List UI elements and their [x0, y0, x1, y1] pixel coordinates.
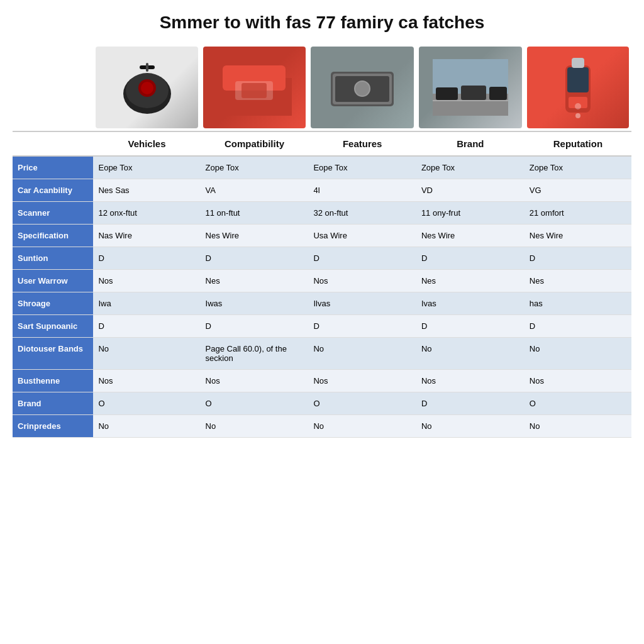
row-label: Car Acanbility: [13, 179, 93, 202]
row-label: Shroage: [13, 292, 93, 315]
cell-value: D: [93, 247, 200, 270]
cell-value: D: [416, 392, 525, 415]
cell-value: D: [308, 315, 416, 338]
table-row: Scanner12 onx-ftut11 on-ftut32 on-ftut11…: [13, 202, 631, 225]
cell-value: Nes Wire: [525, 225, 631, 247]
cell-value: No: [525, 415, 631, 438]
product-image-2: [201, 44, 309, 131]
image-placeholder-empty: [13, 44, 93, 131]
svg-rect-16: [436, 87, 458, 100]
svg-point-25: [575, 113, 580, 118]
table-row: SuntionDDDDD: [13, 247, 631, 270]
row-label: Specification: [13, 225, 93, 247]
cell-value: D: [93, 315, 200, 338]
cell-value: Eope Tox: [308, 156, 416, 179]
cell-value: VD: [416, 179, 525, 202]
cell-value: O: [93, 392, 200, 415]
cell-value: Iwa: [93, 292, 200, 315]
cell-value: Nos: [308, 370, 416, 392]
svg-point-23: [575, 103, 581, 109]
table-row: BrandOOODO: [13, 392, 631, 415]
table-row: Diotouser BandsNoPage Call 60.0), of the…: [13, 338, 631, 370]
header-empty: [13, 131, 93, 156]
cell-value: 11 ony-frut: [416, 202, 525, 225]
cell-value: Ilvas: [308, 292, 416, 315]
table-row: CrinpredesNoNoNoNoNo: [13, 415, 631, 438]
table-row: ShroageIwaIwasIlvasIvashas: [13, 292, 631, 315]
cell-value: O: [201, 392, 309, 415]
cell-value: No: [308, 338, 416, 370]
svg-point-13: [355, 81, 370, 96]
row-label: Sart Supnoanic: [13, 315, 93, 338]
svg-rect-21: [567, 67, 589, 92]
cell-value: VA: [201, 179, 309, 202]
product-image-3: [308, 44, 416, 131]
cell-value: Zope Tox: [525, 156, 631, 179]
table-row: PriceEope ToxZope ToxEope ToxZope ToxZop…: [13, 156, 631, 179]
cell-value: Nos: [93, 370, 200, 392]
cell-value: Nes: [201, 270, 309, 292]
header-features: Features: [308, 131, 416, 156]
product-image-1: [93, 44, 200, 131]
svg-rect-9: [242, 83, 267, 98]
row-label: Crinpredes: [13, 415, 93, 438]
svg-rect-18: [489, 87, 507, 100]
comparison-table: Vehicles Compatibility Features Brand Re…: [13, 44, 631, 438]
cell-value: Nos: [201, 370, 309, 392]
svg-rect-17: [461, 86, 486, 100]
cell-value: Nos: [308, 270, 416, 292]
cell-value: Nes Sas: [93, 179, 200, 202]
header-compatibility: Compatibility: [201, 131, 309, 156]
cell-value: Iwas: [201, 292, 309, 315]
cell-value: D: [201, 315, 309, 338]
cell-value: Nes: [525, 270, 631, 292]
cell-value: Ivas: [416, 292, 525, 315]
image-row: [13, 44, 631, 131]
cell-value: Eope Tox: [93, 156, 200, 179]
cell-value: Page Call 60.0), of the seckion: [201, 338, 309, 370]
cell-value: O: [308, 392, 416, 415]
cell-value: 11 on-ftut: [201, 202, 309, 225]
cell-value: VG: [525, 179, 631, 202]
cell-value: Nos: [525, 370, 631, 392]
cell-value: No: [308, 415, 416, 438]
header-row: Vehicles Compatibility Features Brand Re…: [13, 131, 631, 156]
cell-value: No: [416, 415, 525, 438]
table-row: BusthenneNosNosNosNosNos: [13, 370, 631, 392]
cell-value: D: [416, 247, 525, 270]
row-label: Brand: [13, 392, 93, 415]
cell-value: D: [308, 247, 416, 270]
svg-rect-19: [433, 100, 508, 101]
row-label: Busthenne: [13, 370, 93, 392]
row-label: Diotouser Bands: [13, 338, 93, 370]
cell-value: No: [201, 415, 309, 438]
cell-value: Nes Wire: [201, 225, 309, 247]
table-row: Sart SupnoanicDDDDD: [13, 315, 631, 338]
table-row: User WarrowNosNesNosNesNes: [13, 270, 631, 292]
cell-value: No: [416, 338, 525, 370]
page-title: Smmer to with fas 77 famiry ca fatches: [13, 13, 631, 33]
cell-value: Zope Tox: [201, 156, 309, 179]
cell-value: No: [93, 338, 200, 370]
cell-value: 4l: [308, 179, 416, 202]
product-image-4: [416, 44, 525, 131]
cell-value: Nes Wire: [416, 225, 525, 247]
table-row: Car AcanbilityNes SasVA4lVDVG: [13, 179, 631, 202]
svg-rect-24: [572, 58, 584, 68]
header-brand: Brand: [416, 131, 525, 156]
cell-value: Nos: [416, 370, 525, 392]
cell-value: D: [416, 315, 525, 338]
data-rows: PriceEope ToxZope ToxEope ToxZope ToxZop…: [13, 156, 631, 438]
table-row: SpecificationNas WireNes WireUsa WireNes…: [13, 225, 631, 247]
cell-value: No: [93, 415, 200, 438]
row-label: Price: [13, 156, 93, 179]
cell-value: 21 omfort: [525, 202, 631, 225]
header-vehicles: Vehicles: [93, 131, 200, 156]
row-label: Suntion: [13, 247, 93, 270]
row-label: User Warrow: [13, 270, 93, 292]
cell-value: D: [525, 247, 631, 270]
cell-value: D: [525, 315, 631, 338]
cell-value: has: [525, 292, 631, 315]
svg-rect-5: [146, 63, 148, 72]
header-reputation: Reputation: [525, 131, 631, 156]
